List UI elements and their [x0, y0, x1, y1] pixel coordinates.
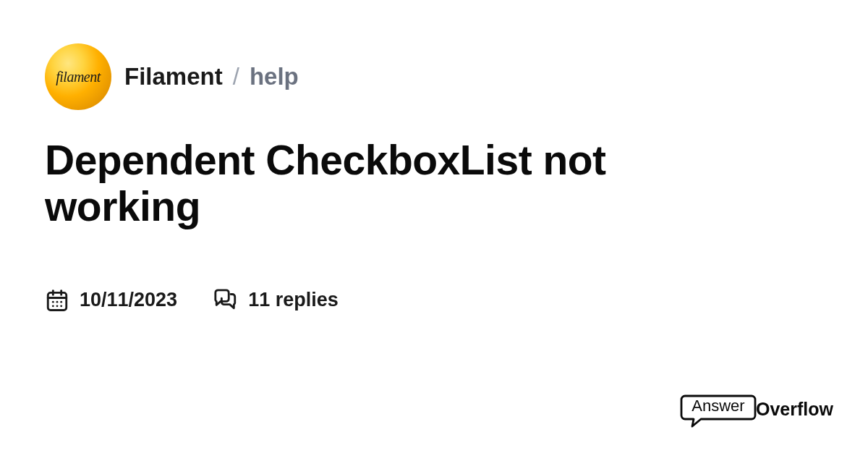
reply-icon — [213, 288, 238, 313]
logo-text-answer: Answer — [692, 397, 744, 415]
post-date: 10/11/2023 — [45, 288, 177, 313]
logo-text-overflow: Overflow — [756, 399, 833, 419]
post-title: Dependent CheckboxList not working — [45, 138, 754, 230]
post-replies-text: 11 replies — [248, 289, 339, 311]
breadcrumb-channel[interactable]: help — [250, 63, 299, 90]
post-date-text: 10/11/2023 — [80, 289, 177, 311]
avatar-label: filament — [56, 69, 101, 85]
calendar-icon — [45, 288, 69, 313]
breadcrumb-community[interactable]: Filament — [124, 63, 223, 90]
post-replies: 11 replies — [213, 288, 339, 313]
community-avatar: filament — [45, 43, 111, 110]
header: filament Filament / help — [45, 43, 823, 110]
breadcrumb: Filament / help — [124, 63, 299, 90]
speech-bubble-icon: Answer — [679, 394, 759, 428]
post-meta: 10/11/2023 11 replies — [45, 288, 823, 313]
footer-logo[interactable]: Answer Overflow — [679, 394, 833, 428]
breadcrumb-separator: / — [233, 63, 239, 90]
